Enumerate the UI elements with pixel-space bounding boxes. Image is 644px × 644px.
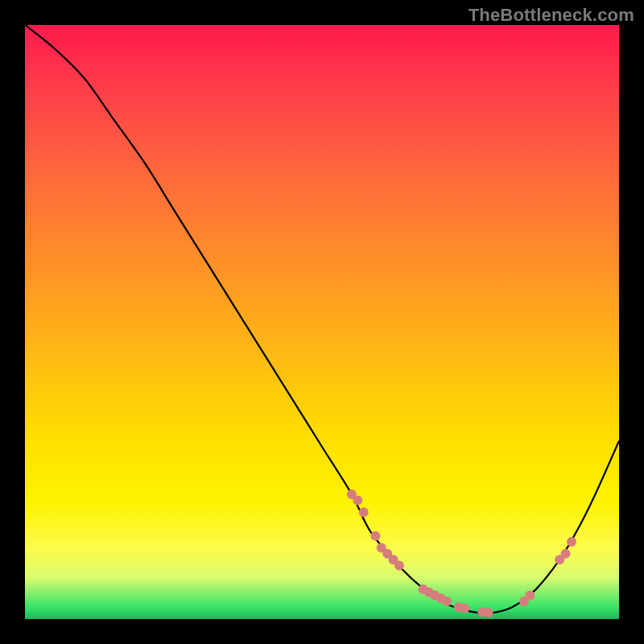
data-marker [484,608,493,617]
data-marker [561,549,571,559]
watermark-text: TheBottleneck.com [469,5,634,26]
data-marker [394,561,404,571]
data-marker [353,495,362,505]
data-marker [359,507,369,517]
data-marker [442,597,452,606]
data-marker [525,591,535,601]
data-marker [460,604,469,613]
data-marker [370,531,380,541]
data-markers [347,489,576,617]
chart-svg [25,25,619,619]
bottleneck-curve [25,25,619,613]
data-marker [567,537,576,547]
